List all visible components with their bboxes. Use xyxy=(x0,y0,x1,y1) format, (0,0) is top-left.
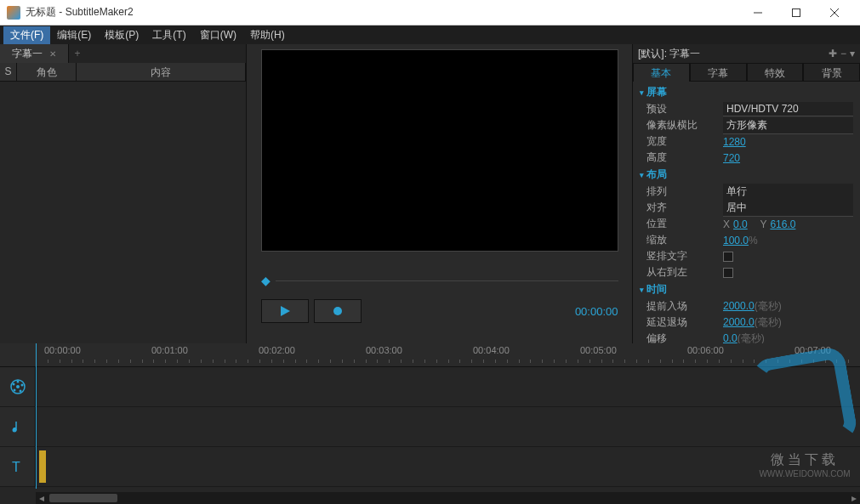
minimize-button[interactable] xyxy=(738,0,777,25)
arrange-select[interactable]: 单行 xyxy=(723,184,853,201)
tick-2: 00:02:00 xyxy=(259,345,295,355)
tick-6: 00:06:00 xyxy=(687,345,724,355)
par-select[interactable]: 方形像素 xyxy=(723,117,853,134)
svg-point-12 xyxy=(12,383,14,386)
add-icon[interactable]: ✚ xyxy=(829,48,837,59)
menu-template[interactable]: 模板(P) xyxy=(98,26,145,44)
playback-controls: 00:00:00 xyxy=(261,299,618,323)
tick-4: 00:04:00 xyxy=(473,345,510,355)
properties-body: 屏幕 预设HDV/HDTV 720 像素纵横比方形像素 宽度1280 高度720… xyxy=(633,82,860,348)
subtitle-tab-label: 字幕一 xyxy=(12,47,43,61)
svg-point-7 xyxy=(16,385,20,388)
menu-tools[interactable]: 工具(T) xyxy=(145,26,192,44)
subtitle-tabs: 字幕一 ✕ + xyxy=(0,44,246,63)
video-track[interactable] xyxy=(0,367,860,407)
offset-input[interactable]: 0.0 xyxy=(723,332,738,344)
prein-unit: (毫秒) xyxy=(755,300,782,312)
timeline-ruler[interactable]: 00:00:00 00:01:00 00:02:00 00:03:00 00:0… xyxy=(0,343,860,367)
text-track-icon[interactable]: T xyxy=(0,447,36,486)
group-screen[interactable]: 屏幕 xyxy=(640,83,853,101)
prein-input[interactable]: 2000.0 xyxy=(723,300,755,312)
video-track-icon[interactable] xyxy=(0,367,36,406)
vertical-checkbox[interactable] xyxy=(723,252,733,262)
group-time[interactable]: 时间 xyxy=(640,280,853,298)
scroll-left-icon[interactable]: ◂ xyxy=(36,492,48,504)
rtl-checkbox[interactable] xyxy=(723,268,733,278)
delayout-input[interactable]: 2000.0 xyxy=(723,316,755,328)
play-button[interactable] xyxy=(261,299,309,323)
tab-subtitle[interactable]: 字幕 xyxy=(690,63,747,82)
pos-label: 位置 xyxy=(646,217,723,231)
delayout-label: 延迟退场 xyxy=(646,315,723,330)
tab-bg[interactable]: 背景 xyxy=(803,63,860,82)
add-tab-button[interactable]: + xyxy=(69,48,86,59)
main-area: 字幕一 ✕ + S 角色 内容 ◆ 00:00:00 xyxy=(0,44,860,343)
pos-y-label: Y xyxy=(760,218,766,230)
properties-panel: [默认]: 字幕一 ✚ − ▾ 基本 字幕 特效 背景 屏幕 预设HDV/HDT… xyxy=(632,44,860,343)
text-track-body[interactable] xyxy=(36,447,860,486)
audio-track-body[interactable] xyxy=(36,407,860,446)
subtitle-list-header: S 角色 内容 xyxy=(0,63,246,82)
preset-select[interactable]: HDV/HDTV 720 xyxy=(723,102,853,116)
menu-help[interactable]: 帮助(H) xyxy=(243,26,292,44)
text-track[interactable]: T xyxy=(0,447,860,487)
scroll-right-icon[interactable]: ▸ xyxy=(848,492,860,504)
col-content: 内容 xyxy=(77,63,246,81)
group-layout[interactable]: 布局 xyxy=(640,166,853,184)
record-button[interactable] xyxy=(314,299,362,323)
svg-point-5 xyxy=(333,307,342,315)
menu-window[interactable]: 窗口(W) xyxy=(193,26,243,44)
scale-unit: % xyxy=(749,235,758,246)
video-track-body[interactable] xyxy=(36,367,860,406)
scroll-thumb[interactable] xyxy=(49,494,117,502)
svg-rect-1 xyxy=(792,8,800,16)
properties-title: [默认]: 字幕一 xyxy=(638,47,829,61)
par-label: 像素纵横比 xyxy=(646,118,723,133)
video-preview[interactable] xyxy=(261,49,618,252)
menu-edit[interactable]: 编辑(E) xyxy=(50,26,98,44)
scale-label: 缩放 xyxy=(646,233,723,247)
subtitle-list-panel: 字幕一 ✕ + S 角色 内容 xyxy=(0,44,247,343)
timecode-display: 00:00:00 xyxy=(575,305,618,318)
align-select[interactable]: 居中 xyxy=(723,200,853,217)
rtl-label: 从右到左 xyxy=(646,265,723,280)
scrub-bar[interactable]: ◆ xyxy=(261,274,618,287)
pos-y-input[interactable]: 616.0 xyxy=(770,218,795,230)
tab-fx[interactable]: 特效 xyxy=(747,63,804,82)
close-button[interactable] xyxy=(815,0,853,25)
height-label: 高度 xyxy=(646,150,723,165)
timeline-tracks: T xyxy=(0,367,860,487)
scrub-track[interactable] xyxy=(276,280,618,281)
svg-point-9 xyxy=(20,384,23,387)
menubar: 文件(F) 编辑(E) 模板(P) 工具(T) 窗口(W) 帮助(H) xyxy=(0,25,860,44)
timeline-scrollbar[interactable]: ◂ ▸ xyxy=(36,492,860,504)
prein-label: 提前入场 xyxy=(646,299,723,314)
audio-track[interactable] xyxy=(0,407,860,447)
svg-text:T: T xyxy=(12,460,20,474)
pos-x-label: X xyxy=(723,218,730,230)
timeline-playhead[interactable] xyxy=(36,343,37,489)
playhead-diamond-icon[interactable]: ◆ xyxy=(261,274,271,287)
tick-0: 00:00:00 xyxy=(44,345,81,355)
timeline-panel: 00:00:00 00:01:00 00:02:00 00:03:00 00:0… xyxy=(0,343,860,504)
audio-track-icon[interactable] xyxy=(0,407,36,446)
svg-marker-4 xyxy=(281,306,290,316)
close-tab-icon[interactable]: ✕ xyxy=(49,49,56,59)
maximize-button[interactable] xyxy=(777,0,815,25)
pos-x-input[interactable]: 0.0 xyxy=(733,218,748,230)
menu-file[interactable]: 文件(F) xyxy=(3,26,50,44)
tab-basic[interactable]: 基本 xyxy=(633,63,690,82)
menu-icon[interactable]: ▾ xyxy=(850,48,855,59)
subtitle-list-body[interactable] xyxy=(0,82,246,343)
svg-point-10 xyxy=(19,390,21,393)
width-value[interactable]: 1280 xyxy=(723,136,853,148)
titlebar: 无标题 - SubtitleMaker2 xyxy=(0,0,860,25)
scale-input[interactable]: 100.0 xyxy=(723,235,749,246)
properties-title-bar: [默认]: 字幕一 ✚ − ▾ xyxy=(633,44,860,63)
height-value[interactable]: 720 xyxy=(723,152,853,164)
remove-icon[interactable]: − xyxy=(840,48,846,59)
app-icon xyxy=(7,6,20,20)
svg-point-8 xyxy=(16,381,19,383)
preset-label: 预设 xyxy=(646,102,723,116)
subtitle-tab-1[interactable]: 字幕一 ✕ xyxy=(0,44,69,64)
